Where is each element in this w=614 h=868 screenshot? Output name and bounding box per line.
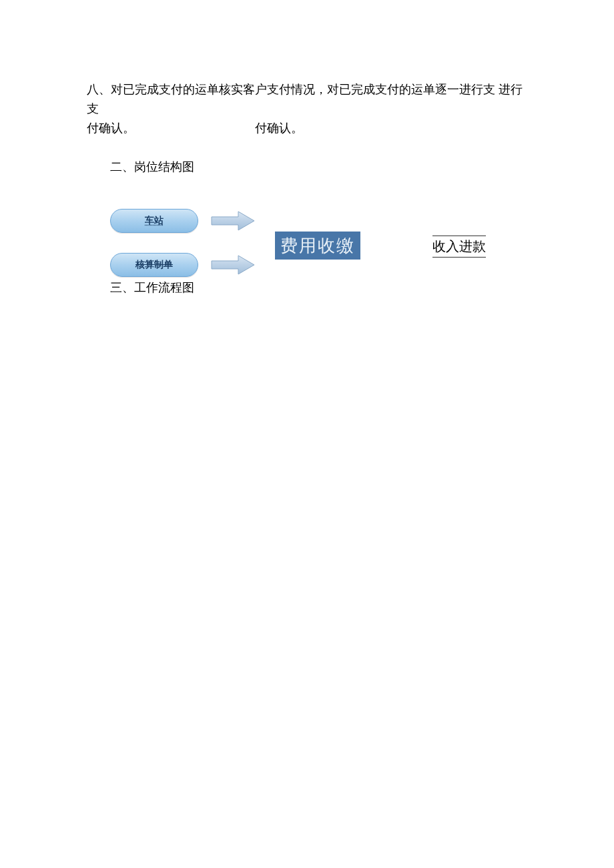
arrow-icon-1 [210,207,257,234]
position-structure-diagram: 车站 核算制单 [110,197,527,317]
section-2-title: 二、岗位结构图 [110,157,527,177]
pill-station: 车站 [110,209,198,233]
paragraph-8-line2: 付确认。付确认。 [87,119,527,138]
paragraph-8-line1: 八、对已完成支付的运单核实客户支付情况，对已完成支付的运单逐一进行支 进行支 [87,80,527,119]
pill-station-label: 车站 [145,215,164,227]
paragraph-8-line2-part2: 付确认。 [255,119,303,138]
pill-accounting-label: 核算制单 [135,259,173,271]
pill-accounting: 核算制单 [110,253,198,277]
arrow-icon-2 [210,252,257,278]
fee-collection-box: 费用收缴 [275,232,360,260]
section-3-title: 三、工作流程图 [110,278,194,298]
income-label: 收入进款 [432,236,486,258]
paragraph-8-line2-part1: 付确认。 [87,121,135,135]
